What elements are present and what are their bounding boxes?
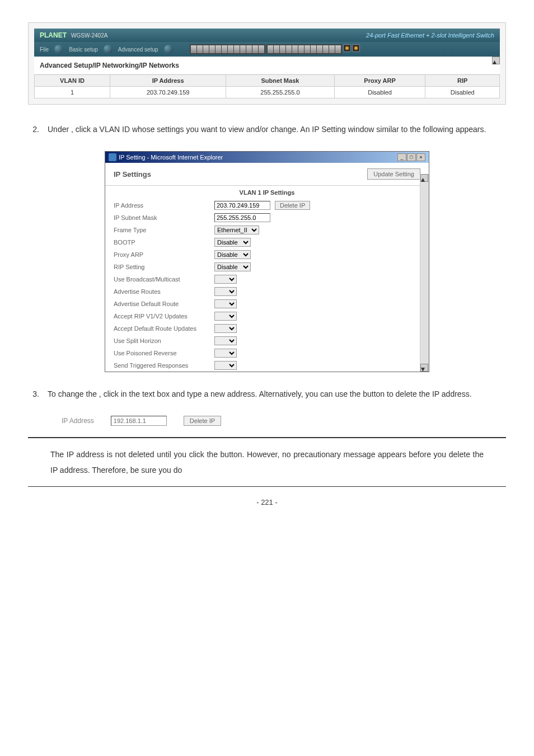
triggered-responses-label: Send Triggered Responses (114, 362, 214, 369)
proxy-arp-label: Proxy ARP (114, 251, 214, 258)
note-section: The IP address is not deleted until you … (28, 437, 506, 487)
split-horizon-label: Use Split Horizon (114, 337, 214, 344)
cell-subnet-mask: 255.255.255.0 (226, 87, 335, 98)
nav-basic-setup[interactable]: Basic setup (69, 46, 98, 53)
col-rip: RIP (425, 75, 500, 87)
split-horizon-select[interactable] (214, 336, 237, 345)
nav-file[interactable]: File (40, 46, 49, 53)
ip-networks-table: VLAN ID IP Address Subnet Mask Proxy ARP… (34, 74, 500, 98)
scroll-up-arrow[interactable]: ▴ (492, 57, 500, 64)
scroll-down-icon[interactable]: ▾ (420, 364, 428, 372)
accept-rip-label: Accept RIP V1/V2 Updates (114, 313, 214, 320)
table-header-row: VLAN ID IP Address Subnet Mask Proxy ARP… (35, 75, 500, 87)
bootp-select[interactable]: Disable (214, 238, 251, 247)
col-subnet-mask: Subnet Mask (226, 75, 335, 87)
advertise-routes-select[interactable] (214, 287, 237, 296)
scroll-up-icon[interactable]: ▴ (420, 174, 428, 182)
nav-advanced-setup[interactable]: Advanced setup (118, 46, 158, 53)
advertise-default-label: Advertise Default Route (114, 300, 214, 307)
page-number: - 221 - (28, 498, 506, 506)
step3-text2: , click in the text box and type a new a… (99, 389, 363, 398)
nav-button-3[interactable] (164, 45, 173, 54)
ip-address-input[interactable] (214, 201, 270, 210)
note-text1: The IP address is not deleted until you … (50, 450, 221, 459)
step3-text3: button to delete the IP address. (363, 389, 471, 398)
broadcast-select[interactable] (214, 275, 237, 284)
update-setting-button[interactable]: Update Setting (367, 168, 420, 180)
vlan-settings-title: VLAN 1 IP Settings (105, 186, 429, 199)
ip-settings-heading: IP Settings (114, 170, 151, 179)
poisoned-reverse-select[interactable] (214, 349, 237, 358)
ie-icon (109, 153, 116, 161)
cell-proxy-arp: Disabled (334, 87, 425, 98)
window-titlebar: IP Setting - Microsoft Internet Explorer… (105, 152, 429, 163)
ip-address-input-standalone[interactable] (111, 416, 167, 426)
instruction-step-2: 2. Under , click a VLAN ID whose setting… (28, 121, 492, 137)
cell-vlan-id[interactable]: 1 (35, 87, 110, 98)
step-number: 2. (28, 121, 39, 137)
subnet-mask-input[interactable] (214, 213, 270, 222)
window-title: IP Setting - Microsoft Internet Explorer (119, 154, 223, 161)
cell-ip-address: 203.70.249.159 (110, 87, 226, 98)
maximize-button[interactable]: □ (407, 153, 416, 161)
triggered-responses-select[interactable] (214, 361, 237, 370)
accept-default-select[interactable] (214, 324, 237, 333)
step3-text1: To change the (48, 389, 99, 398)
step-number: 3. (28, 386, 39, 402)
frame-type-select[interactable]: Ethernet_II (214, 226, 259, 234)
instruction-step-3: 3. To change the , click in the text box… (28, 386, 492, 402)
frame-type-label: Frame Type (114, 227, 214, 233)
device-slogan: 24-port Fast Ethernet + 2-slot Intellige… (366, 32, 494, 39)
col-ip-address: IP Address (110, 75, 226, 87)
col-proxy-arp: Proxy ARP (334, 75, 425, 87)
col-vlan-id: VLAN ID (35, 75, 110, 87)
switch-header: PLANET WGSW-2402A 24-port Fast Ethernet … (34, 29, 500, 42)
subnet-mask-label: IP Subnet Mask (114, 214, 214, 221)
advertise-routes-label: Advertise Routes (114, 288, 214, 295)
vertical-scrollbar[interactable]: ▴ ▾ (420, 174, 429, 372)
model-number: WGSW-2402A (71, 32, 107, 39)
ip-address-label-standalone: IP Address (62, 417, 94, 425)
uplink-2 (352, 44, 360, 52)
accept-rip-select[interactable] (214, 312, 237, 321)
switch-admin-screenshot: PLANET WGSW-2402A 24-port Fast Ethernet … (28, 22, 506, 105)
logo: PLANET (40, 31, 67, 39)
rip-setting-label: RIP Setting (114, 264, 214, 270)
table-row: 1 203.70.249.159 255.255.255.0 Disabled … (35, 87, 500, 98)
ip-address-label: IP Address (114, 202, 214, 209)
poisoned-reverse-label: Use Poisoned Reverse (114, 350, 214, 356)
nav-button-1[interactable] (54, 45, 63, 54)
step2-text-before: Under (48, 125, 71, 134)
nav-button-2[interactable] (104, 45, 113, 54)
switch-nav: File Basic setup Advanced setup (34, 42, 500, 57)
uplink-1 (343, 44, 351, 52)
ip-address-example-row: IP Address Delete IP (62, 416, 472, 426)
breadcrumb: Advanced Setup/IP Networking/IP Networks (34, 57, 500, 74)
step2-text-after: , click a VLAN ID whose settings you wan… (71, 125, 486, 134)
bootp-label: BOOTP (114, 239, 214, 246)
close-button[interactable]: × (416, 153, 425, 161)
delete-ip-button-standalone[interactable]: Delete IP (184, 416, 221, 426)
advertise-default-select[interactable] (214, 299, 237, 308)
proxy-arp-select[interactable]: Disable (214, 250, 251, 259)
ip-setting-window: IP Setting - Microsoft Internet Explorer… (105, 151, 429, 372)
rip-setting-select[interactable]: Disable (214, 262, 251, 271)
accept-default-label: Accept Default Route Updates (114, 325, 214, 332)
cell-rip: Disabled (425, 87, 500, 98)
broadcast-label: Use Broadcast/Multicast (114, 276, 214, 283)
minimize-button[interactable]: _ (397, 153, 406, 161)
delete-ip-button[interactable]: Delete IP (275, 201, 310, 210)
port-panel (190, 44, 494, 54)
